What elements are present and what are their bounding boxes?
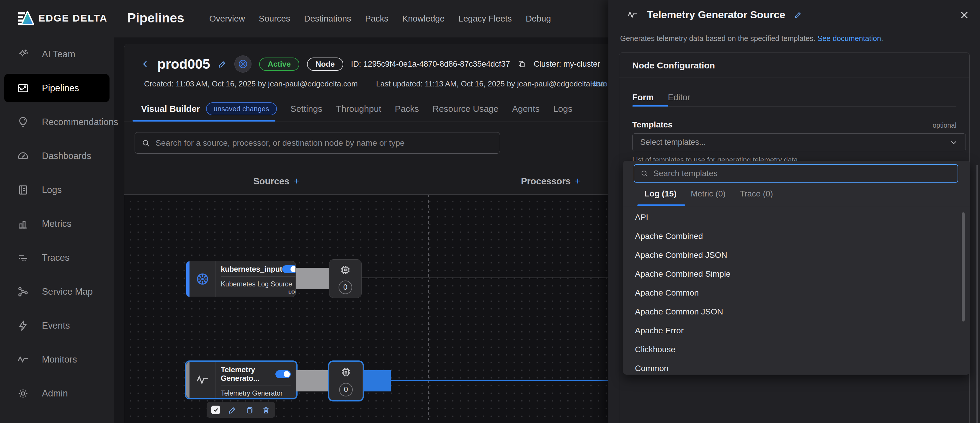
documentation-link[interactable]: See documentation. [817, 34, 883, 43]
template-list: APIApache CombinedApache Combined JSONAp… [623, 208, 970, 375]
search-icon [142, 139, 150, 147]
template-list-item[interactable]: Apache Combined Simple [623, 265, 970, 284]
kind-badge: Node [307, 57, 343, 71]
history-link[interactable]: Histo [590, 79, 608, 89]
processor-count-badge: 0 [339, 280, 352, 294]
topbar-nav-item[interactable]: Sources [259, 14, 290, 24]
waveform-icon [627, 9, 638, 21]
tab-metric[interactable]: Metric (0) [691, 189, 725, 198]
sidebar-item-monitors[interactable]: Monitors [4, 345, 110, 374]
topbar-nav-item[interactable]: Knowledge [402, 14, 445, 24]
edge-telemetry-output-start [363, 370, 391, 391]
sidebar-item-admin[interactable]: Admin [4, 379, 110, 408]
topbar-nav-item[interactable]: Legacy Fleets [458, 14, 512, 24]
topbar-nav-item[interactable]: Overview [209, 14, 245, 24]
sparkle-icon [16, 48, 30, 61]
waveform-node-icon [189, 362, 215, 398]
copy-id-icon[interactable] [518, 60, 526, 68]
node-title: Telemetry Generato... [221, 366, 275, 383]
active-template-tab-underline [637, 204, 685, 206]
panel-scrollbar[interactable] [977, 165, 978, 423]
tab-packs[interactable]: Packs [395, 104, 419, 114]
pipeline-name: prod005 [158, 56, 210, 72]
add-source-button[interactable]: + [293, 175, 299, 187]
sidebar-item-metrics[interactable]: Metrics [4, 209, 110, 238]
template-tabs-divider [623, 207, 970, 207]
edge-delta-logo[interactable]: EDGE DELTA [18, 10, 107, 26]
gauge-icon [16, 150, 30, 163]
page-title: Pipelines [127, 11, 184, 25]
template-list-item[interactable]: Common [623, 359, 970, 375]
tab-log[interactable]: Log (15) [644, 189, 676, 198]
topbar-nav-item[interactable]: Destinations [304, 14, 351, 24]
template-list-scrollbar[interactable] [962, 212, 965, 322]
sidebar: AI Team Pipelines Recommendations Dashbo… [0, 38, 114, 423]
processor-node-kubernetes[interactable]: 0 [329, 259, 361, 298]
templates-select[interactable]: Select templates... [632, 133, 966, 151]
sidebar-item-events[interactable]: Events [4, 311, 110, 340]
template-list-item[interactable]: Apache Common JSON [623, 303, 970, 321]
tab-form[interactable]: Form [632, 93, 654, 102]
chip-icon [339, 366, 352, 379]
template-list-item[interactable]: Apache Common [623, 284, 970, 303]
topbar-nav-item[interactable]: Debug [526, 14, 551, 24]
back-chevron-icon[interactable] [141, 60, 150, 68]
sidebar-item-ai-team[interactable]: AI Team [4, 40, 110, 68]
close-panel-icon[interactable] [959, 10, 969, 20]
template-list-item[interactable]: API [623, 208, 970, 227]
app-screen: EDGE DELTA Pipelines OverviewSourcesDest… [0, 0, 980, 423]
optional-label: optional [932, 122, 956, 130]
unsaved-changes-badge: unsaved changes [206, 102, 277, 115]
node-select-checkbox[interactable] [212, 406, 220, 414]
node-search-input[interactable] [156, 138, 493, 148]
tab-resource-usage[interactable]: Resource Usage [433, 104, 498, 114]
service-map-icon [16, 285, 30, 298]
sidebar-item-recommendations[interactable]: Recommendations [4, 108, 110, 136]
search-icon [640, 170, 649, 177]
node-stripe [186, 362, 189, 398]
chevron-down-icon [950, 138, 958, 147]
tab-editor[interactable]: Editor [668, 93, 690, 102]
created-text: Created: 11:03 AM, Oct 16, 2025 by jean-… [144, 79, 358, 89]
column-separator [428, 195, 429, 423]
node-type-badge: LOG [288, 289, 296, 295]
tab-agents[interactable]: Agents [512, 104, 539, 114]
node-config-panel: Telemetry Generator Source Generates tel… [608, 0, 980, 423]
edit-node-icon[interactable] [228, 406, 237, 414]
sidebar-item-service-map[interactable]: Service Map [4, 277, 110, 306]
tab-visual-builder[interactable]: Visual Builder unsaved changes [141, 102, 277, 115]
sidebar-item-logs[interactable]: Logs [4, 176, 110, 204]
tab-throughput[interactable]: Throughput [336, 104, 381, 114]
logs-icon [16, 184, 30, 196]
node-subtitle: Telemetry Generator Source [221, 390, 291, 398]
sidebar-item-pipelines[interactable]: Pipelines [4, 74, 110, 102]
tab-logs[interactable]: Logs [553, 104, 572, 114]
template-list-item[interactable]: Clickhouse [623, 340, 970, 359]
tab-settings[interactable]: Settings [290, 104, 322, 114]
edit-node-name-icon[interactable] [794, 11, 802, 19]
edit-pipeline-name-icon[interactable] [218, 60, 227, 68]
sidebar-item-dashboards[interactable]: Dashboards [4, 142, 110, 170]
template-search-input[interactable] [653, 169, 952, 178]
node-title: kubernetes_input [221, 265, 282, 273]
template-search[interactable] [634, 164, 958, 182]
template-list-item[interactable]: Apache Combined [623, 227, 970, 246]
status-badge: Active [259, 57, 299, 71]
node-telemetry-generator[interactable]: Telemetry Generato... Telemetry Generato… [186, 362, 296, 398]
delete-node-icon[interactable] [261, 406, 270, 414]
node-search[interactable] [135, 132, 500, 154]
node-kubernetes-input[interactable]: kubernetes_input Kubernetes Log Source L… [186, 261, 296, 297]
processor-node-telemetry[interactable]: 0 [329, 362, 363, 400]
add-processor-button[interactable]: + [575, 175, 581, 187]
node-enabled-toggle[interactable] [275, 370, 291, 378]
templates-dropdown: Log (15) Metric (0) Trace (0) APIApache … [623, 161, 970, 375]
duplicate-node-icon[interactable] [245, 406, 254, 414]
tab-trace[interactable]: Trace (0) [740, 189, 773, 198]
template-list-item[interactable]: Apache Error [623, 321, 970, 340]
node-enabled-toggle[interactable] [282, 265, 296, 273]
sidebar-item-traces[interactable]: Traces [4, 243, 110, 272]
topbar-nav-item[interactable]: Packs [365, 14, 388, 24]
template-list-item[interactable]: Apache Combined JSON [623, 246, 970, 265]
panel-description: Generates telemetry data based on the sp… [620, 34, 883, 43]
node-stripe [186, 261, 189, 297]
